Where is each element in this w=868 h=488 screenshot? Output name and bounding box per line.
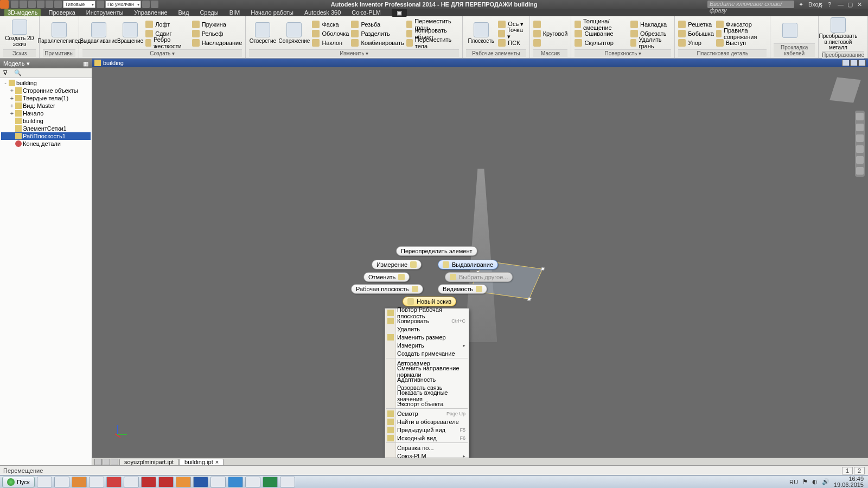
lang-indicator[interactable]: RU bbox=[789, 479, 798, 485]
tree-thirdparty[interactable]: +Сторонние объекты bbox=[1, 87, 91, 94]
qat-new-icon[interactable] bbox=[11, 1, 18, 8]
tab-view[interactable]: Вид bbox=[175, 9, 193, 16]
cmd-patch[interactable]: Накладка bbox=[630, 20, 671, 29]
tab-inspect[interactable]: Проверка bbox=[45, 9, 78, 16]
cmd-circpattern[interactable]: Круговой bbox=[533, 29, 568, 38]
cmd-stitch[interactable]: Сшивание bbox=[575, 29, 628, 38]
tab-tools[interactable]: Инструменты bbox=[83, 9, 127, 16]
qat-fx-icon[interactable] bbox=[142, 1, 150, 8]
tb-explorer-icon[interactable] bbox=[37, 477, 52, 487]
tb-app3-icon[interactable] bbox=[228, 477, 243, 487]
exchange-icon[interactable]: ✕ bbox=[818, 1, 825, 8]
tb-pictures-icon[interactable] bbox=[280, 477, 295, 487]
ctx-delete[interactable]: Удалить bbox=[385, 325, 469, 333]
tb-firefox-icon[interactable] bbox=[72, 477, 87, 487]
tb-word-icon[interactable] bbox=[193, 477, 208, 487]
doctab-list-icon[interactable] bbox=[111, 459, 118, 465]
tb-acrobat-icon[interactable] bbox=[158, 477, 174, 487]
tb-inventor-icon[interactable] bbox=[176, 477, 191, 487]
cmd-hole[interactable]: Отверстие bbox=[249, 17, 276, 49]
ctx-create-note[interactable]: Создать примечание bbox=[385, 349, 469, 357]
cmd-create-2dsketch[interactable]: Создать 2D эскиз bbox=[3, 17, 36, 49]
cmd-plane[interactable]: Плоскость bbox=[466, 17, 496, 49]
qat-mat-icon[interactable] bbox=[97, 1, 104, 8]
cmd-revolve[interactable]: Вращение bbox=[117, 17, 143, 49]
ctx-export-object[interactable]: Экспорт объекта bbox=[385, 400, 469, 408]
tree-view-master[interactable]: +Вид: Master bbox=[1, 102, 91, 110]
tb-paint-icon[interactable] bbox=[245, 477, 260, 487]
cmd-emboss[interactable]: Рельеф bbox=[192, 29, 242, 38]
qat-print-icon[interactable] bbox=[54, 1, 62, 8]
doctab-tile-icon[interactable] bbox=[94, 459, 102, 465]
cmd-coil[interactable]: Пружина bbox=[192, 20, 242, 29]
taskbar-clock[interactable]: 16:4919.06.2015 bbox=[834, 476, 866, 488]
tab-manage[interactable]: Управление bbox=[131, 9, 170, 16]
ctx-inspect[interactable]: ОсмотрPage Up bbox=[385, 409, 469, 418]
group-label[interactable]: Создать ▾ bbox=[82, 49, 242, 57]
status-cell-1[interactable]: 1 bbox=[842, 467, 853, 474]
tab-env[interactable]: Среды bbox=[196, 9, 221, 16]
ctx-adaptivity[interactable]: Адаптивность bbox=[385, 375, 469, 383]
cmd-mirror[interactable] bbox=[533, 38, 568, 47]
tab-close-icon[interactable]: × bbox=[215, 459, 219, 465]
cmd-ucs[interactable]: ПСК bbox=[498, 38, 526, 47]
nav-wheel-icon[interactable] bbox=[856, 113, 864, 120]
cmd-thread[interactable]: Резьба bbox=[351, 20, 404, 29]
cmd-rulefillet[interactable]: Правила сопряжения bbox=[716, 29, 767, 38]
nav-home-icon[interactable] bbox=[856, 167, 864, 175]
ctx-repeat[interactable]: Повтор Рабочая плоскость bbox=[385, 309, 469, 317]
nav-orbit-icon[interactable] bbox=[856, 145, 864, 153]
tb-mediaplayer-icon[interactable] bbox=[54, 477, 69, 487]
qat-style-combo[interactable]: Типовые bbox=[63, 1, 95, 8]
cmd-rectpattern[interactable] bbox=[533, 20, 568, 29]
tb-app1-icon[interactable] bbox=[124, 477, 139, 487]
cmd-harness[interactable] bbox=[774, 17, 806, 43]
cmd-fillet[interactable]: Сопряжение bbox=[278, 17, 310, 49]
mm-measure[interactable]: Измерение bbox=[372, 260, 422, 269]
help-icon[interactable]: ? bbox=[828, 1, 834, 8]
ctx-find-in-browser[interactable]: Найти в обозревателе bbox=[385, 418, 469, 426]
mm-work-plane[interactable]: Рабочая плоскость bbox=[351, 284, 423, 294]
ctx-prev-view[interactable]: Предыдущий видF5 bbox=[385, 426, 469, 434]
app-icon[interactable] bbox=[0, 0, 9, 9]
cmd-shell[interactable]: Оболочка bbox=[312, 29, 349, 38]
filter-icon[interactable]: ∇ bbox=[3, 69, 11, 77]
qat-open-icon[interactable] bbox=[20, 1, 27, 8]
cmd-draft[interactable]: Наклон bbox=[312, 38, 349, 47]
find-icon[interactable]: 🔍 bbox=[14, 69, 22, 77]
cmd-chamfer[interactable]: Фаска bbox=[312, 20, 349, 29]
help-search-input[interactable]: Введите ключевое слово/фразу bbox=[707, 1, 794, 8]
panel-options-icon[interactable]: ▦ bbox=[83, 60, 88, 67]
tab-bim[interactable]: BIM bbox=[226, 9, 244, 16]
cmd-deleteface[interactable]: Удалить грань bbox=[630, 38, 671, 47]
cmd-thicken[interactable]: Толщина/смещение bbox=[575, 20, 628, 29]
cmd-rest[interactable]: Упор bbox=[678, 38, 714, 47]
tree-solids[interactable]: +Твердые тела(1) bbox=[1, 94, 91, 102]
tab-collapse-icon[interactable]: ▣ bbox=[392, 9, 407, 17]
ctx-home-view[interactable]: Исходный видF6 bbox=[385, 434, 469, 442]
ctx-resize[interactable]: Изменить размер bbox=[385, 333, 469, 341]
tree-meshelement[interactable]: ЭлементСетки1 bbox=[1, 125, 91, 132]
model-tree[interactable]: -building +Сторонние объекты +Твердые те… bbox=[0, 78, 92, 465]
tree-root[interactable]: -building bbox=[1, 79, 91, 87]
cmd-rib[interactable]: Ребро жесткости bbox=[145, 38, 190, 47]
vp-close-icon[interactable] bbox=[858, 60, 866, 66]
tb-opera-icon[interactable] bbox=[106, 477, 122, 487]
qat-measure-icon[interactable] bbox=[151, 1, 158, 8]
mm-redefine-element[interactable]: Переопределить элемент bbox=[396, 246, 477, 256]
tb-excel-icon[interactable] bbox=[263, 477, 278, 487]
tray-network-icon[interactable]: ◐ bbox=[812, 478, 818, 485]
maximize-icon[interactable]: ▢ bbox=[847, 1, 854, 8]
model-browser-header[interactable]: Модель ▾▦ bbox=[0, 59, 92, 68]
qat-save-icon[interactable] bbox=[28, 1, 36, 8]
workplane-handle[interactable] bbox=[527, 297, 532, 301]
ctx-help[interactable]: Справка по... bbox=[385, 444, 469, 452]
ctx-copy[interactable]: КопироватьCtrl+C bbox=[385, 317, 469, 325]
tree-endofpart[interactable]: Конец детали bbox=[1, 140, 91, 147]
start-button[interactable]: Пуск bbox=[2, 477, 35, 487]
tab-3dmodel[interactable]: 3D-модель bbox=[4, 9, 41, 16]
cmd-extrude[interactable]: Выдавливание bbox=[82, 17, 115, 49]
qat-material-combo[interactable]: По умолчан bbox=[105, 1, 141, 8]
tab-soyuzplm[interactable]: Союз-PLM bbox=[348, 9, 384, 16]
vp-max-icon[interactable] bbox=[850, 60, 858, 66]
